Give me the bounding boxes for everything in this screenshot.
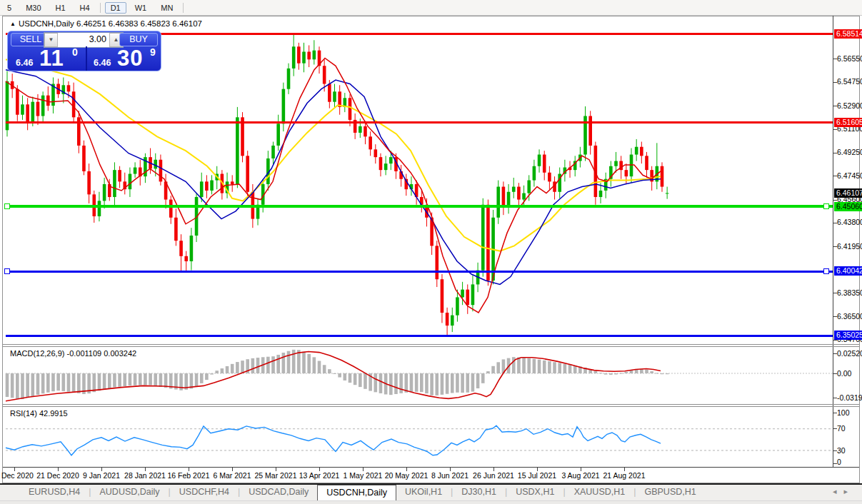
bid-price-button[interactable]: 6.46 11 0 [9,46,84,71]
rsi-tick-label: 0 [837,458,841,467]
line-drag-handle[interactable] [824,204,829,209]
trading-terminal: 5M30H1H4D1W1MN ▲USDCNH,Daily 6.46251 6.4… [0,0,862,504]
tab-usdchf-h4[interactable]: USDCHF,H4 [171,485,238,500]
price-tag-label: 6.40042 [834,266,862,276]
price-tick-label: 6.47450 [837,171,862,181]
tab-ukoil-h1[interactable]: UKOil,H1 [396,485,451,500]
ask-price-pip-digit: 9 [150,46,156,58]
price-tick-label: 6.43800 [837,218,862,227]
rsi-panel [6,425,833,455]
price-tick-label: 6.38350 [837,288,862,298]
price-tick-label: 6.52900 [837,101,862,111]
collapse-panel-icon[interactable]: ▲ [10,21,16,27]
volume-input[interactable]: 3.00 [58,33,109,47]
price-tick-label: 6.56550 [837,54,862,64]
tab-usdx-h1[interactable]: USDX,H1 [507,485,563,500]
rsi-tick-label: 30 [837,446,846,455]
tab-usdcad-daily[interactable]: USDCAD,Daily [240,485,317,500]
line-drag-handle[interactable] [824,269,829,274]
rsi-tick-label: 100 [837,408,850,418]
date-label: 21 Aug 2021 [598,471,650,480]
axis-ticks [15,59,838,472]
one-click-trading-panel: SELL ▼ 3.00 ▲ BUY 6.46 11 0 6.46 30 9 [7,31,161,71]
tab-gbpusd-h1[interactable]: GBPUSD,H1 [636,485,704,500]
volume-decrease-icon[interactable]: ▼ [44,33,58,47]
chart-title: ▲USDCNH,Daily 6.46251 6.46383 6.45823 6.… [10,19,202,28]
tab-scroll-left-icon[interactable]: ◂ [833,487,844,495]
tab-eurusd-h4[interactable]: EURUSD,H4 [20,485,89,500]
chart-ohlc-values: 6.46251 6.46383 6.45823 6.46107 [76,19,202,28]
ask-price-prefix: 6.46 [94,58,111,68]
bid-price-big-digits: 11 [39,46,64,71]
price-tick-label: 6.41950 [837,242,862,251]
macd-tick-label: -0.03199 [837,393,862,403]
price-tag-label: 6.51605 [834,118,862,127]
rsi-tick-label: 70 [837,424,846,433]
chart-symbol-label: USDCNH,Daily [19,19,74,28]
price-tick-label: 6.36500 [837,312,862,321]
macd-tick-label: 0.025209 [837,349,862,358]
price-tag-label: 6.45060 [834,202,862,211]
buy-button[interactable]: BUY [119,33,158,46]
ask-price-big-digits: 30 [117,46,143,71]
candlesticks [6,34,669,336]
tab-xauusd-h1[interactable]: XAUUSD,H1 [566,485,634,500]
line-drag-handle[interactable] [5,269,10,274]
price-axis: 6.565506.547506.529006.511006.492506.474… [834,0,862,504]
price-tag-label: 6.46107 [834,188,862,198]
tab-dj30-h1[interactable]: DJ30,H1 [453,485,505,500]
price-tick-label: 6.54750 [837,77,862,86]
price-tick-label: 6.49250 [837,148,862,157]
chart-canvas[interactable] [0,0,862,504]
tab-audusd-daily[interactable]: AUDUSD,Daily [91,485,169,500]
ask-price-button[interactable]: 6.46 30 9 [86,46,162,71]
tab-scroll-right-icon[interactable]: ▸ [843,487,855,495]
macd-indicator-label: MACD(12,26,9) -0.001109 0.003242 [10,349,136,358]
trade-buttons-row: SELL ▼ 3.00 ▲ BUY [8,31,161,46]
tab-scroll-arrows: ◂▸ [833,487,855,496]
bid-price-prefix: 6.46 [16,58,33,68]
symbol-tab-bar: EURUSD,H4|AUDUSD,Daily|USDCHF,H4|USDCAD,… [0,485,862,500]
price-tag-label: 6.58514 [834,29,862,39]
tab-usdcnh-daily[interactable]: USDCNH,Daily [317,485,396,500]
date-axis: 2 Dec 202021 Dec 20209 Jan 202128 Jan 20… [0,470,862,482]
bid-price-pip-digit: 0 [72,46,78,58]
rsi-indicator-label: RSI(14) 42.9915 [10,409,68,418]
price-tag-label: 6.35025 [834,331,862,340]
line-drag-handle[interactable] [5,204,10,209]
macd-tick-label: 0.00 [837,369,851,378]
